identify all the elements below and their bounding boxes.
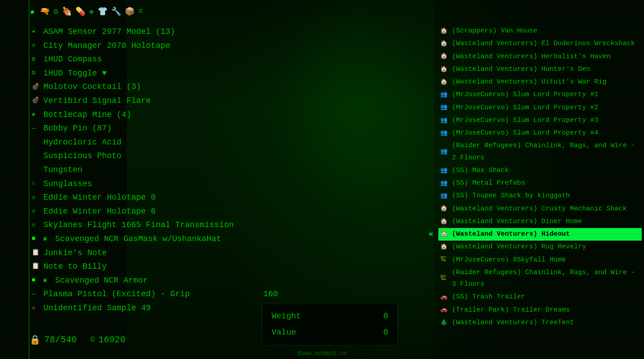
list-item[interactable]: ⚙ iHUD Toggle ♥ xyxy=(32,66,287,80)
location-panel: 🏠 (Scrappers) Van House 🏠 (Wasteland Ven… xyxy=(436,0,644,359)
list-item[interactable]: 📋 Junkie's Note xyxy=(32,246,287,260)
location-item[interactable]: 🏗 (MrJoseCuervo) 8Skyfall Home xyxy=(438,254,642,266)
list-item[interactable]: ◇ Eddie Winter Holotape 0 xyxy=(32,191,287,205)
list-item[interactable]: Suspicious Photo xyxy=(32,149,287,163)
weight-value-box: Weight 0 Value 0 xyxy=(262,303,398,345)
location-item[interactable]: 👥 (SS) Metal Prefabs xyxy=(438,177,642,190)
icon-food[interactable]: 🍖 xyxy=(62,6,72,16)
item-name: Plasma Pistol (Excited) - Grip xyxy=(43,287,190,301)
location-name: (Wasteland Venturers) Uituit's War Rig xyxy=(452,76,606,88)
location-item[interactable]: 👥 (MrJoseCuervo) Slum Lord Property #2 xyxy=(438,102,642,114)
bottom-stats-bar: 🔒 78/540 © 16920 xyxy=(29,334,291,345)
loc-icon-raider2: 🏗 xyxy=(440,274,449,284)
location-item[interactable]: 🏠 (Wasteland Venturers) Diner Home xyxy=(438,215,642,228)
item-icon-note2: 📋 xyxy=(32,261,41,272)
list-item[interactable]: ○ Sunglasses xyxy=(32,177,287,191)
item-name: Note to Billy xyxy=(43,260,107,274)
icon-menu[interactable]: ≡ xyxy=(138,7,143,16)
item-name: Scavenged NCR Armor xyxy=(55,274,148,288)
list-item[interactable]: 📋 Note to Billy xyxy=(32,260,287,274)
value-row: Value 0 xyxy=(272,324,388,340)
list-item[interactable]: ★ ASAM Sensor 2077 Model (13) xyxy=(32,25,287,39)
location-name: (MrJoseCuervo) Slum Lord Property #1 xyxy=(452,89,598,101)
carry-weight-stat: 🔒 78/540 xyxy=(29,334,77,345)
list-item[interactable]: ■ ▣ Scavenged NCR GasMask w/UshankaHat xyxy=(32,232,287,246)
location-item[interactable]: 👥 (MrJoseCuervo) Slum Lord Property #3 xyxy=(438,114,642,127)
location-name: (Wasteland Venturers) Herbalist's Haven xyxy=(452,51,611,63)
loc-icon-house7: 🏠 xyxy=(440,217,449,227)
item-value-pistol: 160 xyxy=(263,287,287,301)
list-item[interactable]: 💣 Vertibird Signal Flare xyxy=(32,94,287,108)
icon-chem[interactable]: 💊 xyxy=(75,6,85,16)
location-item[interactable]: 👥 (SS) Toupee Shack by kinggath xyxy=(438,190,642,202)
location-item[interactable]: 🏠 (Scrappers) Van House xyxy=(438,25,642,37)
location-item[interactable]: 👥 (MrJoseCuervo) Slum Lord Property #4 xyxy=(438,127,642,140)
item-name: iHUD Compass xyxy=(43,52,102,66)
list-item[interactable]: — Plasma Pistol (Excited) - Grip 160 xyxy=(32,287,287,301)
loc-icon-ss2: 👥 xyxy=(440,178,449,189)
location-name: (SS) Toupee Shack by kinggath xyxy=(452,190,570,202)
list-item[interactable]: ⚙ iHUD Compass xyxy=(32,52,287,66)
location-item[interactable]: 👥 (Raider Refugees) Chainlink, Rags, and… xyxy=(438,140,642,164)
item-name: Hydrocloric Acid xyxy=(43,135,122,149)
item-name: Vertibird Signal Flare xyxy=(43,94,151,108)
location-item[interactable]: 🏠 (Wasteland Venturers) Crusty Mechanic … xyxy=(438,203,642,215)
icon-construct[interactable]: 🔧 xyxy=(111,6,121,16)
list-item[interactable]: 💣 Molotov Cocktail (3) xyxy=(32,80,287,94)
caps-icon: © xyxy=(90,336,95,344)
location-item-selected[interactable]: « 🏠 (Wasteland Venturers) Hideout xyxy=(438,228,642,241)
location-item[interactable]: 🏠 (Wasteland Venturers) El Duderinos Wre… xyxy=(438,37,642,50)
list-item[interactable]: ◇ City Manager 2078 Holotape xyxy=(32,39,287,53)
caps-stat: © 16920 xyxy=(90,335,126,345)
list-item[interactable]: ◇ Skylanes Flight 1665 Final Transmissio… xyxy=(32,218,287,232)
location-name: (Wasteland Venturers) Diner Home xyxy=(452,216,582,228)
location-item[interactable]: 🏠 (Wasteland Venturers) Herbalist's Have… xyxy=(438,51,642,63)
list-item[interactable]: ◈ Bottlecap Mine (4) xyxy=(32,108,287,122)
location-name: (Raider Refugees) Chainlink, Rags, and W… xyxy=(452,267,640,291)
list-item[interactable]: Hydrocloric Acid xyxy=(32,135,287,149)
item-icon-flare: 💣 xyxy=(32,95,41,106)
location-name: (Raider Refugees) Chainlink, Rags, and W… xyxy=(452,140,640,164)
location-list: 🏠 (Scrappers) Van House 🏠 (Wasteland Ven… xyxy=(438,25,642,329)
weight-row: Weight 0 xyxy=(272,308,388,324)
location-item[interactable]: 👥 (MrJoseCuervo) Slum Lord Property #1 xyxy=(438,89,642,101)
loc-icon-house8: 🏠 xyxy=(440,229,449,240)
item-name: Tungsten xyxy=(43,163,82,177)
location-name: (MrJoseCuervo) 8Skyfall Home xyxy=(452,254,566,266)
loc-icon-ss1: 👥 xyxy=(440,166,449,176)
item-icon-holotape2: ◇ xyxy=(32,192,41,203)
location-item[interactable]: 🏠 (Wasteland Venturers) Hunter's Den xyxy=(438,63,642,76)
icon-ammo[interactable]: 📦 xyxy=(125,6,135,16)
item-name: Scavenged NCR GasMask w/UshankaHat xyxy=(55,232,221,246)
item-name: Eddie Winter Holotape 6 xyxy=(43,205,155,219)
item-icon-star: ★ xyxy=(32,26,41,37)
list-item[interactable]: ◇ Eddie Winter Holotape 6 xyxy=(32,205,287,219)
icon-apparel[interactable]: 👕 xyxy=(98,6,108,16)
item-name: Sunglasses xyxy=(43,177,92,191)
location-item[interactable]: 🚗 (SS) Trash Trailer xyxy=(438,291,642,303)
location-item[interactable]: 🚗 (Trailer Park) Trailer Dreams xyxy=(438,304,642,317)
list-item[interactable]: ■ ▣ Scavenged NCR Armor xyxy=(32,274,287,288)
item-name: Junkie's Note xyxy=(43,246,107,260)
carry-weight-value: 78/540 xyxy=(44,335,77,345)
location-item[interactable]: 🏠 (Wasteland Venturers) Rug Revelry xyxy=(438,241,642,253)
loc-icon-group4: 👥 xyxy=(440,128,449,139)
loc-icon-house9: 🏠 xyxy=(440,242,449,252)
list-item[interactable]: — Bobby Pin (87) xyxy=(32,121,287,135)
location-item[interactable]: 🏠 (Wasteland Venturers) Uituit's War Rig xyxy=(438,76,642,89)
value-label: Value xyxy=(272,324,296,340)
icon-misc[interactable]: ◈ xyxy=(89,6,94,16)
location-item[interactable]: 👥 (SS) Max Shack xyxy=(438,164,642,177)
item-icon-holotape: ◇ xyxy=(32,40,41,51)
location-item[interactable]: 🌲 (Wasteland Venturers) TreeTent xyxy=(438,317,642,329)
location-item[interactable]: 🏗 (Raider Refugees) Chainlink, Rags, and… xyxy=(438,266,642,291)
item-icon-molotov: 💣 xyxy=(32,82,41,93)
game-container: ★ 🔫 ⚙ 🍖 💊 ◈ 👕 🔧 📦 ≡ ★ ASAM Sensor 2077 M… xyxy=(0,0,644,359)
inventory-list: ★ ASAM Sensor 2077 Model (13) ◇ City Man… xyxy=(32,25,287,315)
location-name: (Wasteland Venturers) Rug Revelry xyxy=(452,241,586,253)
icon-tools[interactable]: ⚙ xyxy=(53,6,58,16)
list-item[interactable]: ⚠ Unidentified Sample 49 xyxy=(32,301,287,315)
loc-icon-house4: 🏠 xyxy=(440,65,449,75)
list-item[interactable]: Tungsten xyxy=(32,163,287,177)
icon-gun[interactable]: 🔫 xyxy=(40,6,50,16)
